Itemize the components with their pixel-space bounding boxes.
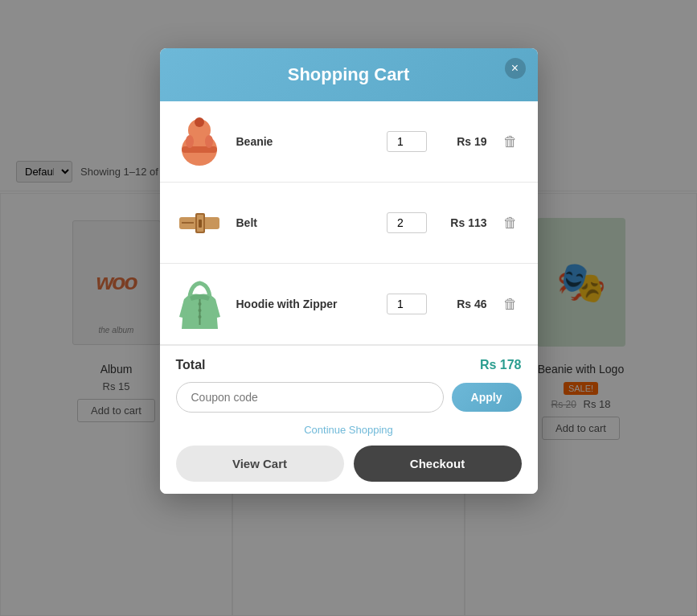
delete-belt-button[interactable]: 🗑 (499, 213, 522, 233)
svg-point-5 (205, 135, 213, 148)
cart-item-belt: Belt Rs 113 🗑 (160, 183, 538, 264)
checkout-button[interactable]: Checkout (354, 446, 522, 482)
modal-body: Beanie Rs 19 🗑 Belt Rs (160, 101, 538, 345)
belt-icon (178, 197, 222, 249)
continue-shopping-link[interactable]: Continue Shopping (176, 424, 522, 436)
cart-item-beanie: Beanie Rs 19 🗑 (160, 101, 538, 183)
modal-header: Shopping Cart × (160, 48, 538, 101)
delete-beanie-button[interactable]: 🗑 (499, 132, 522, 152)
belt-item-name: Belt (236, 216, 375, 229)
view-cart-button[interactable]: View Cart (176, 446, 344, 482)
svg-point-12 (199, 302, 202, 306)
svg-rect-9 (199, 220, 202, 228)
belt-quantity-input[interactable] (387, 212, 427, 233)
beanie-item-name: Beanie (236, 135, 375, 148)
coupon-input[interactable] (176, 382, 444, 413)
coupon-row: Apply (176, 382, 522, 413)
beanie-item-image (176, 113, 224, 170)
total-label: Total (176, 358, 206, 372)
svg-point-3 (195, 117, 204, 127)
close-button[interactable]: × (505, 58, 526, 79)
hoodie-icon (178, 277, 222, 331)
cart-item-hoodie: Hoodie with Zipper Rs 46 🗑 (160, 264, 538, 345)
total-row: Total Rs 178 (176, 358, 522, 372)
beanie-item-price: Rs 19 (439, 135, 487, 148)
total-amount: Rs 178 (480, 358, 522, 372)
modal-footer: Total Rs 178 Apply Continue Shopping Vie… (160, 345, 538, 494)
delete-hoodie-button[interactable]: 🗑 (499, 294, 522, 314)
svg-rect-1 (182, 146, 217, 153)
modal-overlay: Shopping Cart × Beanie (0, 0, 697, 616)
hoodie-quantity-input[interactable] (387, 294, 427, 314)
apply-button[interactable]: Apply (452, 383, 522, 412)
belt-item-image (176, 195, 224, 251)
hoodie-item-name: Hoodie with Zipper (236, 298, 375, 310)
svg-point-4 (186, 135, 194, 148)
svg-point-13 (199, 309, 202, 312)
action-buttons: View Cart Checkout (176, 446, 522, 482)
modal-title: Shopping Cart (288, 64, 410, 84)
belt-item-price: Rs 113 (439, 216, 487, 229)
beanie-quantity-input[interactable] (387, 131, 427, 152)
beanie-icon (178, 116, 222, 168)
shopping-cart-modal: Shopping Cart × Beanie (160, 48, 538, 494)
svg-point-14 (199, 315, 202, 318)
hoodie-item-price: Rs 46 (439, 298, 487, 310)
hoodie-item-image (176, 276, 224, 332)
